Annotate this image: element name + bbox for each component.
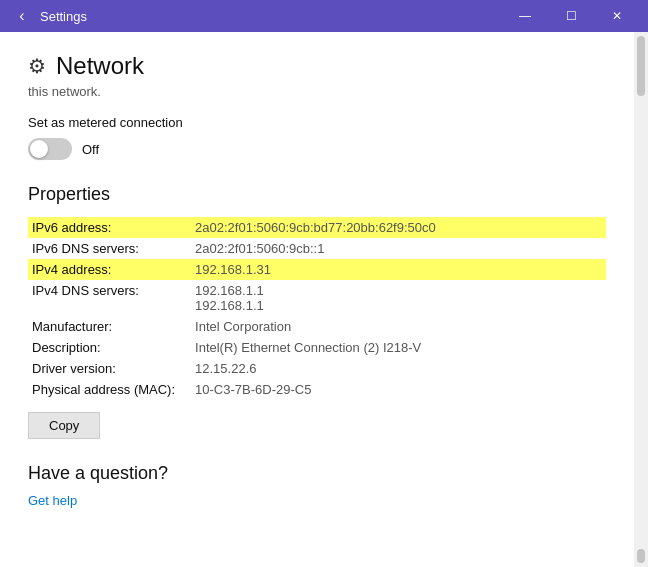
prop-label: IPv6 DNS servers: (28, 238, 191, 259)
scrollbar-thumb-bottom[interactable] (637, 549, 645, 563)
question-heading: Have a question? (28, 463, 606, 484)
prop-label: Physical address (MAC): (28, 379, 191, 400)
window-controls: — ☐ ✕ (502, 0, 640, 32)
maximize-icon: ☐ (566, 9, 577, 23)
copy-button[interactable]: Copy (28, 412, 100, 439)
prop-value: 10-C3-7B-6D-29-C5 (191, 379, 606, 400)
prop-value: Intel Corporation (191, 316, 606, 337)
content-area: ⚙ Network this network. Set as metered c… (0, 32, 648, 567)
gear-icon: ⚙ (28, 54, 46, 78)
page-header: ⚙ Network (28, 52, 606, 80)
close-icon: ✕ (612, 9, 622, 23)
scrollbar-track[interactable] (634, 32, 648, 567)
minimize-button[interactable]: — (502, 0, 548, 32)
prop-label: IPv4 address: (28, 259, 191, 280)
prop-value: 192.168.1.1192.168.1.1 (191, 280, 606, 316)
back-button[interactable]: ‹ (8, 2, 36, 30)
minimize-icon: — (519, 9, 531, 23)
toggle-state-label: Off (82, 142, 99, 157)
metered-label: Set as metered connection (28, 115, 606, 130)
table-row: IPv6 address:2a02:2f01:5060:9cb:bd77:20b… (28, 217, 606, 238)
properties-table: IPv6 address:2a02:2f01:5060:9cb:bd77:20b… (28, 217, 606, 400)
toggle-knob (30, 140, 48, 158)
properties-heading: Properties (28, 184, 606, 205)
prop-label: IPv6 address: (28, 217, 191, 238)
prop-value: 192.168.1.31 (191, 259, 606, 280)
table-row: IPv4 DNS servers:192.168.1.1192.168.1.1 (28, 280, 606, 316)
table-row: Manufacturer:Intel Corporation (28, 316, 606, 337)
metered-toggle[interactable] (28, 138, 72, 160)
page-title: Network (56, 52, 144, 80)
prop-label: Manufacturer: (28, 316, 191, 337)
prop-value: 2a02:2f01:5060:9cb:bd77:20bb:62f9:50c0 (191, 217, 606, 238)
subtitle: this network. (28, 84, 606, 99)
prop-label: Description: (28, 337, 191, 358)
table-row: IPv4 address:192.168.1.31 (28, 259, 606, 280)
scrollbar-thumb[interactable] (637, 36, 645, 96)
titlebar-title: Settings (40, 9, 502, 24)
main-panel: ⚙ Network this network. Set as metered c… (0, 32, 634, 567)
table-row: IPv6 DNS servers:2a02:2f01:5060:9cb::1 (28, 238, 606, 259)
titlebar: ‹ Settings — ☐ ✕ (0, 0, 648, 32)
prop-label: IPv4 DNS servers: (28, 280, 191, 316)
close-button[interactable]: ✕ (594, 0, 640, 32)
maximize-button[interactable]: ☐ (548, 0, 594, 32)
table-row: Physical address (MAC):10-C3-7B-6D-29-C5 (28, 379, 606, 400)
table-row: Driver version:12.15.22.6 (28, 358, 606, 379)
get-help-link[interactable]: Get help (28, 493, 77, 508)
prop-label: Driver version: (28, 358, 191, 379)
prop-value: 12.15.22.6 (191, 358, 606, 379)
prop-value: 2a02:2f01:5060:9cb::1 (191, 238, 606, 259)
prop-value: Intel(R) Ethernet Connection (2) I218-V (191, 337, 606, 358)
back-icon: ‹ (19, 7, 24, 25)
table-row: Description:Intel(R) Ethernet Connection… (28, 337, 606, 358)
metered-toggle-row: Off (28, 138, 606, 160)
